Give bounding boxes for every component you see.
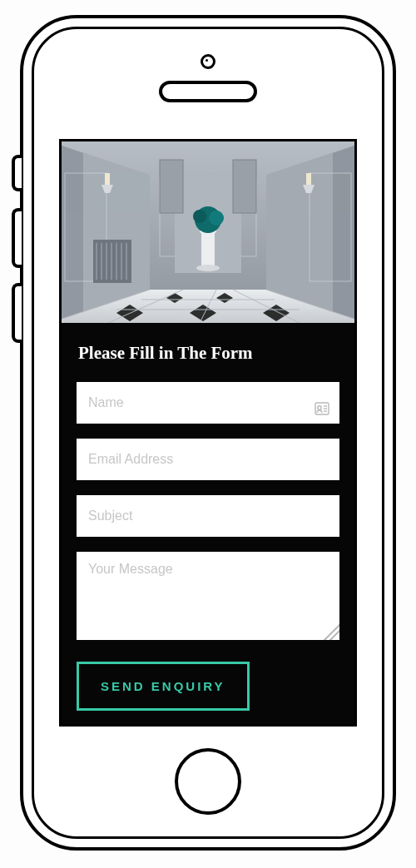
name-field-wrap — [77, 382, 339, 439]
svg-rect-20 — [306, 173, 311, 185]
send-enquiry-button[interactable]: SEND ENQUIRY — [77, 662, 250, 711]
svg-rect-18 — [105, 173, 110, 185]
hero-image — [62, 141, 354, 323]
speaker-slot — [159, 81, 257, 102]
phone-side-button — [12, 283, 22, 343]
svg-point-29 — [209, 211, 224, 226]
message-textarea[interactable] — [77, 552, 339, 640]
svg-point-25 — [196, 265, 220, 271]
device-screen: Please Fill in The Form — [59, 139, 357, 727]
name-input[interactable] — [77, 382, 339, 424]
svg-rect-22 — [160, 160, 183, 213]
email-input[interactable] — [77, 439, 339, 480]
camera-icon — [201, 54, 215, 69]
phone-frame: Please Fill in The Form — [20, 15, 396, 851]
phone-side-button — [12, 155, 22, 191]
phone-bezel: Please Fill in The Form — [32, 27, 384, 839]
form-title: Please Fill in The Form — [78, 343, 339, 364]
svg-rect-24 — [201, 231, 215, 268]
home-button[interactable] — [175, 748, 241, 815]
phone-side-button — [12, 208, 22, 268]
contact-form-panel: Please Fill in The Form — [62, 323, 354, 727]
subject-input[interactable] — [77, 495, 339, 537]
svg-point-28 — [193, 210, 206, 223]
svg-rect-23 — [233, 160, 256, 213]
